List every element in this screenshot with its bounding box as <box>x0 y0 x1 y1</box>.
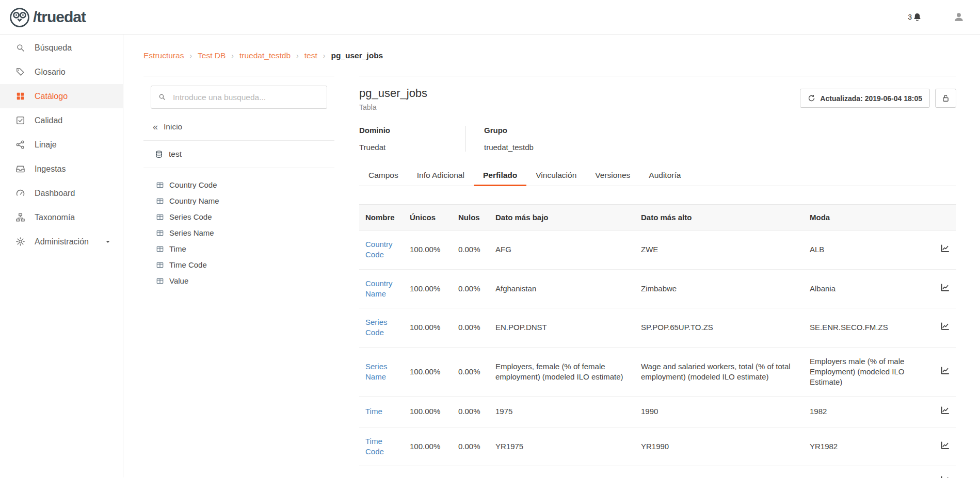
nulls-pct: 0.00% <box>452 269 489 308</box>
lowest-value: EN.POP.DNST <box>489 308 635 348</box>
lock-button[interactable] <box>935 89 956 108</box>
user-menu-button[interactable] <box>953 11 965 23</box>
field-item-label: Country Name <box>169 196 219 205</box>
breadcrumb-separator: › <box>231 52 234 60</box>
breadcrumb-link-estructuras[interactable]: Estructuras <box>143 51 184 60</box>
mode-value: Albania <box>804 269 934 308</box>
field-link[interactable]: Country Code <box>365 240 393 259</box>
table-columns-icon <box>156 229 164 237</box>
profile-table: Nombre Únicos Nulos Dato más bajo Dato m… <box>359 204 956 478</box>
tab-perfilado[interactable]: Perfilado <box>474 165 526 186</box>
root-item-label: test <box>169 150 182 159</box>
chart-line-icon[interactable] <box>940 283 950 292</box>
sidebar-item-ingestas[interactable]: Ingestas <box>0 157 123 181</box>
group-label: Grupo <box>484 126 534 135</box>
lowest-value: AFG <box>489 230 635 270</box>
chart-line-icon[interactable] <box>940 475 950 478</box>
sidebar-item-label: Dashboard <box>35 189 75 198</box>
notifications-button[interactable]: 3 <box>908 12 922 22</box>
table-columns-icon <box>156 181 164 189</box>
nulls-pct: 0.00% <box>452 308 489 348</box>
sidebar-item-dashboard[interactable]: Dashboard <box>0 181 123 205</box>
sidebar-item-glosario[interactable]: Glosario <box>0 60 123 84</box>
check-square-icon <box>15 116 25 125</box>
field-item-label: Value <box>169 276 188 285</box>
nulls-pct: 0.00% <box>452 397 489 427</box>
brand-text: /truedat <box>33 8 86 26</box>
domain-label: Dominio <box>359 126 465 135</box>
chart-line-icon[interactable] <box>940 321 950 331</box>
bell-icon <box>912 12 922 22</box>
grid-icon <box>15 91 25 101</box>
double-chevron-left-icon: « <box>153 122 158 131</box>
truedat-logo[interactable]: /truedat <box>8 6 86 28</box>
mode-value: - <box>804 466 934 478</box>
unique-pct: 100.00% <box>404 230 452 270</box>
field-list: Country Code Country Name Series Code Se… <box>151 177 327 299</box>
table-columns-icon <box>156 277 164 285</box>
sidebar-item-busqueda[interactable]: Búsqueda <box>0 36 123 60</box>
chart-line-icon[interactable] <box>940 405 950 415</box>
field-item-series-name[interactable]: Series Name <box>151 225 327 241</box>
unique-pct: 100.00% <box>404 308 452 348</box>
structure-type-label: Tabla <box>359 103 427 111</box>
sidebar-item-taxonomia[interactable]: Taxonomía <box>0 205 123 229</box>
field-link[interactable]: Series Name <box>365 362 388 381</box>
unique-pct: 100.00% <box>404 397 452 427</box>
sidebar: Búsqueda Glosario Catálogo Calidad <box>0 35 123 477</box>
field-link[interactable]: Time Code <box>365 437 384 456</box>
sidebar-item-calidad[interactable]: Calidad <box>0 108 123 133</box>
tab-bar: Campos Info Adicional Perfilado Vinculac… <box>359 165 956 186</box>
highest-value: ZWE <box>635 230 804 270</box>
breadcrumb-link-test[interactable]: test <box>304 51 317 60</box>
table-row: Series Name 100.00% 0.00% Employers, fem… <box>359 347 956 397</box>
highest-value: 89.1232459 <box>635 466 804 478</box>
unique-pct: 100.00% <box>404 427 452 466</box>
field-item-time[interactable]: Time <box>151 241 327 257</box>
notification-count: 3 <box>908 13 912 21</box>
chart-line-icon[interactable] <box>940 440 950 450</box>
database-icon <box>155 150 163 158</box>
lowest-value: Employers, female (% of female employmen… <box>489 347 635 397</box>
owl-logo-icon <box>8 6 31 28</box>
refresh-icon <box>808 94 815 102</box>
field-link[interactable]: Series Code <box>365 318 388 337</box>
browser-root-item-test[interactable]: test <box>151 150 327 159</box>
chart-line-icon[interactable] <box>940 243 950 253</box>
nulls-pct: 0.00% <box>452 347 489 397</box>
sidebar-item-label: Catálogo <box>35 92 68 101</box>
domain-value: Truedat <box>359 143 465 152</box>
field-item-value[interactable]: Value <box>151 273 327 289</box>
highest-value: Zimbabwe <box>635 269 804 308</box>
table-columns-icon <box>156 197 164 205</box>
sidebar-item-administracion[interactable]: Administración <box>0 229 123 254</box>
sitemap-icon <box>15 212 25 222</box>
field-link[interactable]: Country Name <box>365 279 393 298</box>
browser-home-link[interactable]: « Inicio <box>151 122 327 131</box>
refresh-updated-button[interactable]: Actualizada: 2019-06-04 18:05 <box>800 89 930 108</box>
tab-vinculacion[interactable]: Vinculación <box>526 165 586 186</box>
field-link[interactable]: Time <box>365 407 382 416</box>
sidebar-item-label: Glosario <box>35 68 66 77</box>
column-header-moda: Moda <box>804 205 934 230</box>
tab-info-adicional[interactable]: Info Adicional <box>408 165 474 186</box>
tab-versiones[interactable]: Versiones <box>586 165 639 186</box>
page-title: pg_user_jobs <box>359 87 427 100</box>
tab-auditoria[interactable]: Auditoría <box>639 165 690 186</box>
breadcrumb-link-testdb[interactable]: Test DB <box>198 51 226 60</box>
divider <box>143 168 334 168</box>
field-item-country-code[interactable]: Country Code <box>151 177 327 193</box>
sidebar-item-catalogo[interactable]: Catálogo <box>0 84 123 108</box>
field-item-label: Series Name <box>169 228 214 237</box>
sidebar-item-linaje[interactable]: Linaje <box>0 133 123 157</box>
gear-icon <box>15 237 25 246</box>
breadcrumb-link-truedat-testdb[interactable]: truedat_testdb <box>239 51 291 60</box>
field-item-country-name[interactable]: Country Name <box>151 193 327 209</box>
structure-detail-panel: pg_user_jobs Tabla Actualizada: 2019-06-… <box>359 76 956 478</box>
field-item-time-code[interactable]: Time Code <box>151 257 327 273</box>
structure-search-input[interactable] <box>151 86 327 109</box>
tab-campos[interactable]: Campos <box>359 165 408 186</box>
chart-line-icon[interactable] <box>940 366 950 375</box>
mode-value: YR1982 <box>804 427 934 466</box>
field-item-series-code[interactable]: Series Code <box>151 209 327 225</box>
